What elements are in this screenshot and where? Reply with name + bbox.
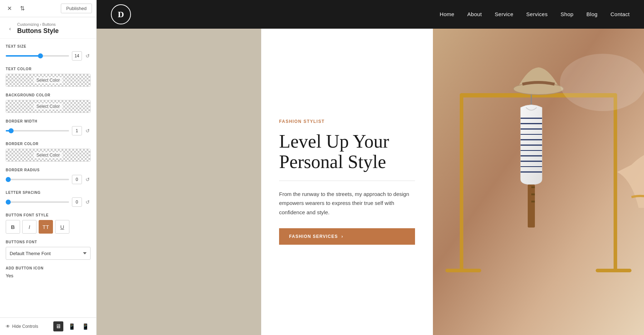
hero-divider (279, 181, 415, 181)
border-width-value: 1 (72, 126, 82, 135)
tt-button[interactable]: TT (39, 220, 53, 234)
text-color-label: TEXT COLOR (6, 67, 91, 71)
bg-color-control: BACKGROUND COLOR Select Color (6, 93, 91, 113)
hide-controls-button[interactable]: 👁 Hide Controls (6, 324, 38, 329)
nav-contact[interactable]: Contact (610, 11, 630, 17)
add-button-icon-label: ADD BUTTON ICON (6, 266, 91, 270)
cta-arrow-icon: › (341, 234, 343, 239)
letter-spacing-slider[interactable] (6, 201, 69, 203)
buttons-font-control: BUTTONS FONT Default Theme Font (6, 240, 91, 260)
breadcrumb: Customizing › Buttons (17, 22, 59, 27)
border-radius-reset[interactable]: ↺ (85, 176, 91, 183)
border-color-picker[interactable]: Select Color (6, 149, 91, 162)
border-width-reset[interactable]: ↺ (85, 127, 91, 135)
text-size-value: 14 (72, 51, 82, 61)
hero-left-block (97, 29, 261, 335)
border-width-label: BORDER WIDTH (6, 119, 91, 123)
right-preview: D Home About Service Services Shop Blog … (97, 0, 644, 335)
svg-point-24 (560, 54, 644, 111)
hero-right-image (433, 29, 644, 335)
buttons-font-label: BUTTONS FONT (6, 240, 91, 244)
bg-color-label: BACKGROUND COLOR (6, 93, 91, 97)
clothing-rack-image (433, 29, 644, 335)
text-size-slider-row: 14 ↺ (6, 51, 91, 61)
nav-links: Home About Service Services Shop Blog Co… (440, 11, 630, 18)
border-radius-slider-row: 0 ↺ (6, 175, 91, 184)
hero-description: From the runway to the streets, my appro… (279, 190, 415, 217)
border-radius-control: BORDER RADIUS 0 ↺ (6, 168, 91, 184)
hero-title: Level Up Your Personal Style (279, 131, 415, 172)
border-radius-slider[interactable] (6, 179, 69, 180)
nav-services[interactable]: Services (526, 11, 548, 17)
bg-color-picker[interactable]: Select Color (6, 100, 91, 113)
cta-button-label: FASHION SERVICES (289, 234, 338, 239)
text-color-select-label: Select Color (34, 77, 63, 83)
text-size-label: TEXT SIZE (6, 44, 91, 48)
nav-about[interactable]: About (467, 11, 482, 17)
hero-center-content: FASHION STYLIST Level Up Your Personal S… (261, 29, 433, 335)
border-width-slider-row: 1 ↺ (6, 126, 91, 135)
border-radius-value: 0 (72, 175, 82, 184)
border-color-control: BORDER COLOR Select Color (6, 142, 91, 162)
svg-rect-5 (596, 269, 631, 272)
nav-logo-letter: D (118, 10, 124, 19)
svg-rect-23 (531, 201, 535, 202)
desktop-icon[interactable]: 🖥 (53, 321, 63, 331)
nav-logo: D (111, 4, 131, 24)
back-button[interactable]: ‹ (6, 24, 14, 33)
svg-rect-2 (460, 93, 463, 272)
hide-controls-label: Hide Controls (12, 324, 38, 329)
add-button-icon-control: ADD BUTTON ICON Yes (6, 266, 91, 278)
svg-rect-3 (614, 93, 617, 272)
close-icon[interactable]: ✕ (4, 4, 14, 14)
hero-title-line1: Level Up Your (279, 131, 389, 152)
button-font-style-label: BUTTON FONT STYLE (6, 213, 91, 217)
nav-blog[interactable]: Blog (586, 11, 597, 17)
underline-button[interactable]: U (55, 220, 69, 234)
button-font-style-control: BUTTON FONT STYLE B I TT U (6, 213, 91, 234)
text-size-reset[interactable]: ↺ (85, 52, 91, 60)
border-width-slider[interactable] (6, 130, 69, 131)
mobile-icon[interactable]: 📱 (80, 321, 91, 331)
nav-service[interactable]: Service (495, 11, 513, 17)
panel-title: Buttons Style (17, 27, 59, 35)
cta-button[interactable]: FASHION SERVICES › (279, 228, 415, 245)
left-panel: ✕ ⇅ Published ‹ Customizing › Buttons Bu… (0, 0, 97, 335)
letter-spacing-reset[interactable]: ↺ (85, 198, 91, 206)
tablet-icon[interactable]: 📱 (67, 321, 77, 331)
text-color-picker[interactable]: Select Color (6, 74, 91, 87)
svg-rect-22 (531, 193, 535, 195)
top-bar: ✕ ⇅ Published (0, 0, 96, 17)
eye-icon: 👁 (6, 324, 10, 329)
fashion-label: FASHION STYLIST (279, 119, 415, 124)
buttons-font-dropdown[interactable]: Default Theme Font (6, 247, 91, 260)
swap-icon[interactable]: ⇅ (17, 4, 27, 14)
border-color-label: BORDER COLOR (6, 142, 91, 146)
italic-button[interactable]: I (22, 220, 36, 234)
add-button-icon-value: Yes (6, 273, 91, 278)
font-style-buttons: B I TT U (6, 220, 91, 234)
footer-icons: 🖥 📱 📱 (53, 321, 91, 331)
nav-shop[interactable]: Shop (561, 11, 574, 17)
letter-spacing-slider-row: 0 ↺ (6, 197, 91, 207)
nav-home[interactable]: Home (440, 11, 454, 17)
svg-rect-21 (531, 186, 535, 188)
hero-section: FASHION STYLIST Level Up Your Personal S… (97, 29, 644, 335)
text-size-slider[interactable] (6, 55, 69, 57)
bold-button[interactable]: B (6, 220, 20, 234)
svg-rect-20 (528, 185, 535, 228)
bg-color-select-label: Select Color (34, 103, 63, 110)
border-color-select-label: Select Color (34, 152, 63, 158)
hero-title-line2: Personal Style (279, 152, 386, 172)
nav-bar: D Home About Service Services Shop Blog … (97, 0, 644, 29)
panel-content: TEXT SIZE 14 ↺ TEXT COLOR Select Color B… (0, 39, 96, 317)
border-width-control: BORDER WIDTH 1 ↺ (6, 119, 91, 135)
published-button[interactable]: Published (61, 4, 92, 13)
panel-footer: 👁 Hide Controls 🖥 📱 📱 (0, 317, 96, 335)
panel-header: ‹ Customizing › Buttons Buttons Style (0, 17, 96, 39)
letter-spacing-label: LETTER SPACING (6, 191, 91, 195)
letter-spacing-value: 0 (72, 197, 82, 207)
text-color-control: TEXT COLOR Select Color (6, 67, 91, 87)
letter-spacing-control: LETTER SPACING 0 ↺ (6, 191, 91, 207)
svg-rect-4 (445, 269, 481, 272)
